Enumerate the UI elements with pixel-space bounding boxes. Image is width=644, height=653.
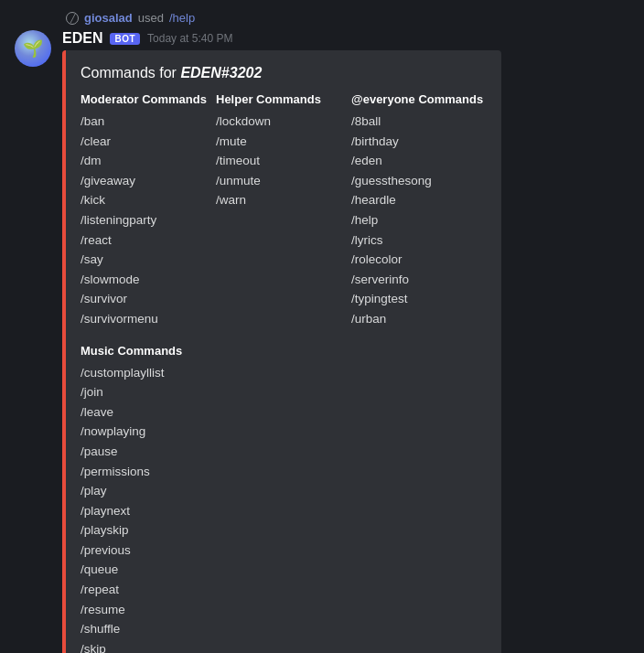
list-item: /customplayllist	[80, 363, 487, 383]
avatar-inner: 🌱	[15, 30, 51, 67]
list-item: /serverinfo	[351, 270, 487, 290]
list-item: /unmute	[216, 171, 351, 191]
timestamp: Today at 5:40 PM	[147, 32, 232, 45]
context-command: /help	[169, 11, 195, 25]
embed-title-prefix: Commands for	[80, 65, 180, 80]
list-item: /8ball	[351, 112, 487, 132]
list-item: /playskip	[80, 520, 487, 541]
list-item: /nowplaying	[80, 422, 487, 442]
list-item: /help	[351, 210, 487, 230]
list-item: /survivormenu	[80, 309, 216, 329]
list-item: /listeningparty	[80, 210, 216, 230]
list-item: /playnext	[80, 501, 487, 521]
embed-title-server: EDEN#3202	[180, 65, 262, 80]
list-item: /say	[80, 250, 216, 270]
list-item: /survivor	[80, 289, 216, 309]
list-item: /birthday	[351, 132, 487, 152]
list-item: /play	[80, 481, 487, 501]
list-item: /queue	[80, 560, 487, 580]
message-context: ╱ giosalad used /help	[15, 11, 629, 25]
list-item: /shuffle	[80, 619, 487, 639]
context-action: used	[138, 11, 164, 25]
list-item: /eden	[351, 151, 487, 171]
list-item: /timeout	[216, 151, 351, 171]
list-item: /urban	[351, 309, 487, 329]
list-item: /join	[80, 382, 487, 402]
music-heading: Music Commands	[80, 344, 487, 358]
everyone-column: @everyone Commands /8ball /birthday /ede…	[351, 92, 487, 329]
context-username: giosalad	[84, 11, 133, 25]
list-item: /ban	[80, 112, 216, 132]
list-item: /pause	[80, 442, 487, 462]
list-item: /kick	[80, 190, 216, 210]
list-item: /lyrics	[351, 230, 487, 251]
bot-name: EDEN	[62, 30, 102, 47]
list-item: /guessthesong	[351, 171, 487, 191]
everyone-list: /8ball /birthday /eden /guessthesong /he…	[351, 112, 487, 329]
list-item: /typingtest	[351, 289, 487, 309]
list-item: /warn	[216, 190, 351, 210]
list-item: /repeat	[80, 580, 487, 600]
music-section: Music Commands /customplayllist /join /l…	[80, 344, 487, 653]
list-item: /previous	[80, 541, 487, 561]
list-item: /giveaway	[80, 171, 216, 191]
list-item: /resume	[80, 600, 487, 620]
list-item: /leave	[80, 402, 487, 423]
message-content: EDEN BOT Today at 5:40 PM Commands for E…	[62, 30, 629, 653]
avatar: 🌱	[15, 30, 51, 67]
list-item: /skip	[80, 639, 487, 653]
list-item: /clear	[80, 132, 216, 152]
commands-grid: Moderator Commands /ban /clear /dm /give…	[80, 92, 487, 329]
list-item: /lockdown	[216, 112, 351, 132]
helper-heading: Helper Commands	[216, 92, 351, 106]
message-row: 🌱 EDEN BOT Today at 5:40 PM Commands for…	[15, 30, 629, 653]
bot-badge: BOT	[110, 33, 140, 45]
embed-title: Commands for EDEN#3202	[80, 65, 487, 81]
moderator-column: Moderator Commands /ban /clear /dm /give…	[80, 92, 216, 329]
message-header: EDEN BOT Today at 5:40 PM	[62, 30, 629, 47]
moderator-heading: Moderator Commands	[80, 92, 216, 106]
helper-column: Helper Commands /lockdown /mute /timeout…	[216, 92, 351, 329]
helper-list: /lockdown /mute /timeout /unmute /warn	[216, 112, 351, 210]
list-item: /heardle	[351, 190, 487, 210]
list-item: /mute	[216, 132, 351, 152]
everyone-heading: @everyone Commands	[351, 92, 487, 106]
list-item: /permissions	[80, 462, 487, 482]
list-item: /rolecolor	[351, 250, 487, 270]
slash-icon: ╱	[66, 12, 79, 25]
music-list: /customplayllist /join /leave /nowplayin…	[80, 363, 487, 653]
list-item: /slowmode	[80, 270, 216, 290]
moderator-list: /ban /clear /dm /giveaway /kick /listeni…	[80, 112, 216, 329]
embed: Commands for EDEN#3202 Moderator Command…	[62, 50, 501, 653]
list-item: /dm	[80, 151, 216, 171]
list-item: /react	[80, 230, 216, 251]
